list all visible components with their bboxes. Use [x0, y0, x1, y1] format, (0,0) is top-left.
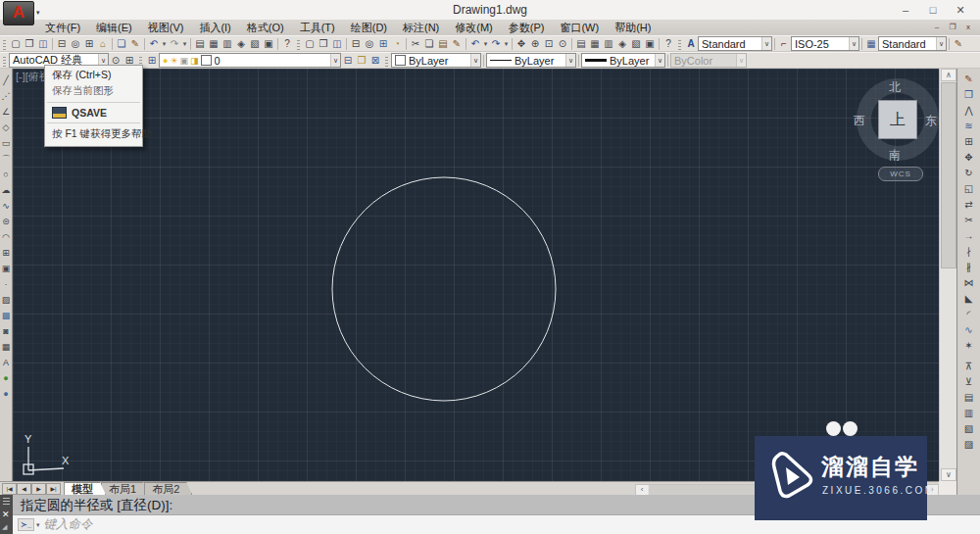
text-style-combo[interactable]: Standard ∨	[698, 36, 772, 51]
construction-line-icon[interactable]: ⋰	[0, 88, 12, 104]
new-icon[interactable]: ▢	[9, 37, 23, 51]
properties-icon[interactable]: ▤	[193, 37, 207, 51]
horizontal-scroll-thumb[interactable]	[649, 485, 757, 495]
markup-icon[interactable]: ▧	[629, 37, 643, 51]
menu-dimension[interactable]: 标注(N)	[395, 20, 447, 35]
color-combo[interactable]: ByLayer ∨	[391, 53, 481, 68]
help-icon[interactable]: ?	[280, 37, 294, 51]
table-style-icon[interactable]: ▦	[864, 37, 878, 51]
designcenter-icon[interactable]: ▦	[207, 37, 220, 51]
layer-on-icon[interactable]: ●	[163, 56, 168, 66]
grip-dots-icon[interactable]	[3, 498, 10, 505]
undo-icon[interactable]: ↶	[147, 37, 161, 51]
tab-layout2[interactable]: 布局2	[144, 482, 192, 495]
chevron-down-icon[interactable]: ∨	[565, 54, 575, 67]
maximize-button[interactable]: □	[919, 0, 947, 20]
properties-icon[interactable]: ▤	[574, 37, 588, 51]
chamfer-icon[interactable]: ◣	[957, 291, 980, 307]
rectangle-icon[interactable]: ▭	[0, 135, 12, 151]
tab-next-button[interactable]: ▶	[31, 483, 46, 495]
sheet-set-icon[interactable]: ◈	[234, 37, 248, 51]
lineweight-combo[interactable]: ByLayer ∨	[581, 53, 665, 68]
table-style-combo[interactable]: Standard ∨	[878, 36, 947, 51]
command-close-button[interactable]: ✕	[2, 510, 10, 519]
designcenter-icon[interactable]: ▦	[588, 37, 602, 51]
layer-vp-icon[interactable]: ▣	[180, 56, 189, 66]
redo-dropdown-icon[interactable]: ▾	[181, 37, 188, 51]
extend-icon[interactable]: →	[957, 228, 980, 244]
toolbar-grip[interactable]	[3, 38, 6, 50]
doc-minimize-button[interactable]: –	[929, 21, 945, 33]
toolbar-grip[interactable]	[385, 55, 388, 67]
send-to-back-icon[interactable]: ⊻	[957, 374, 980, 390]
draw-more-icon[interactable]: ●	[0, 386, 12, 402]
fillet-icon[interactable]: ◜	[957, 307, 980, 322]
mirror-icon[interactable]: ⋀	[957, 103, 980, 119]
scroll-left-button[interactable]: ‹	[636, 485, 648, 495]
line-icon[interactable]: ╱	[0, 73, 12, 88]
bring-above-icon[interactable]: ▤	[957, 390, 980, 406]
paste-icon[interactable]: ▤	[436, 37, 450, 51]
vertical-scrollbar[interactable]: ∧ ∨	[939, 69, 956, 481]
menu-format[interactable]: 格式(O)	[239, 20, 292, 35]
viewcube-west-label[interactable]: 西	[854, 113, 865, 129]
menu-view[interactable]: 视图(V)	[140, 20, 192, 35]
hatch-to-back-icon[interactable]: ▨	[957, 437, 980, 453]
command-input-placeholder[interactable]: 键入命令	[44, 516, 93, 533]
addselected-icon[interactable]: ●	[0, 370, 12, 386]
command-window-grip[interactable]: ✕ ◢	[0, 495, 13, 534]
offset-icon[interactable]: ≋	[957, 119, 980, 134]
toolbar-grip[interactable]	[3, 55, 6, 67]
linetype-combo[interactable]: ByLayer ∨	[486, 53, 576, 68]
toolbar-grip[interactable]	[678, 38, 681, 50]
stretch-icon[interactable]: ⇄	[957, 197, 980, 213]
mleader-style-icon[interactable]: ✎	[952, 37, 965, 51]
tab-prev-button[interactable]: ◀	[17, 483, 31, 495]
match-properties-icon[interactable]: ✎	[128, 37, 142, 51]
zoom-realtime-icon[interactable]: ⊕	[528, 37, 542, 51]
layer-previous-icon[interactable]: ❐	[355, 54, 368, 68]
join-icon[interactable]: ⋈	[957, 275, 980, 291]
circle-icon[interactable]: ○	[0, 167, 12, 182]
move-icon[interactable]: ✥	[957, 150, 980, 166]
tab-last-button[interactable]: ▶|	[46, 483, 61, 495]
point-icon[interactable]: ·	[0, 276, 12, 292]
app-menu-button[interactable]: A	[3, 1, 34, 25]
viewcube-top-face[interactable]: 上	[878, 100, 917, 139]
chevron-down-icon[interactable]: ∨	[761, 37, 771, 50]
redo-dropdown-icon[interactable]: ▾	[503, 37, 510, 51]
polyline-icon[interactable]: ∠	[0, 104, 12, 120]
publish-icon[interactable]: ⊞	[376, 37, 390, 51]
doc-restore-button[interactable]: ❐	[945, 21, 960, 33]
vertical-scroll-thumb[interactable]	[941, 82, 956, 268]
undo-dropdown-icon[interactable]: ▾	[161, 37, 168, 51]
text-style-icon[interactable]: A	[684, 37, 698, 51]
spline-icon[interactable]: ∿	[0, 198, 12, 214]
layer-combo[interactable]: ●☀▣◨ 0 ∨	[159, 53, 341, 68]
trim-icon[interactable]: ✂	[957, 213, 980, 228]
copy-icon[interactable]: ❐	[957, 87, 980, 103]
web-icon[interactable]: ◔	[390, 37, 404, 51]
etransmit-icon[interactable]: ⌂	[96, 37, 110, 51]
cut-icon[interactable]: ✂	[409, 37, 422, 51]
open-icon[interactable]: ❐	[317, 37, 330, 51]
help-icon[interactable]: ?	[662, 37, 675, 51]
chevron-down-icon[interactable]: ∨	[330, 54, 340, 67]
plot-icon[interactable]: ⊟	[55, 37, 69, 51]
publish-icon[interactable]: ⊞	[82, 37, 96, 51]
menu-parametric[interactable]: 参数(P)	[501, 20, 553, 35]
dim-style-combo[interactable]: ISO-25 ∨	[791, 36, 859, 51]
open-icon[interactable]: ❐	[23, 37, 36, 51]
tool-palettes-icon[interactable]: ▥	[220, 37, 234, 51]
menu-tools[interactable]: 工具(T)	[292, 20, 343, 35]
save-icon[interactable]: ◫	[36, 37, 50, 51]
menu-modify[interactable]: 修改(M)	[447, 20, 501, 35]
tab-layout1[interactable]: 布局1	[101, 482, 149, 495]
erase-icon[interactable]: ✎	[957, 72, 980, 87]
plot-icon[interactable]: ⊟	[349, 37, 363, 51]
copy-icon[interactable]: ❏	[422, 37, 436, 51]
create-block-icon[interactable]: ▣	[0, 261, 12, 276]
match-properties-icon[interactable]: ✎	[450, 37, 464, 51]
break-icon[interactable]: ∦	[957, 260, 980, 275]
viewcube-east-label[interactable]: 东	[925, 113, 937, 129]
